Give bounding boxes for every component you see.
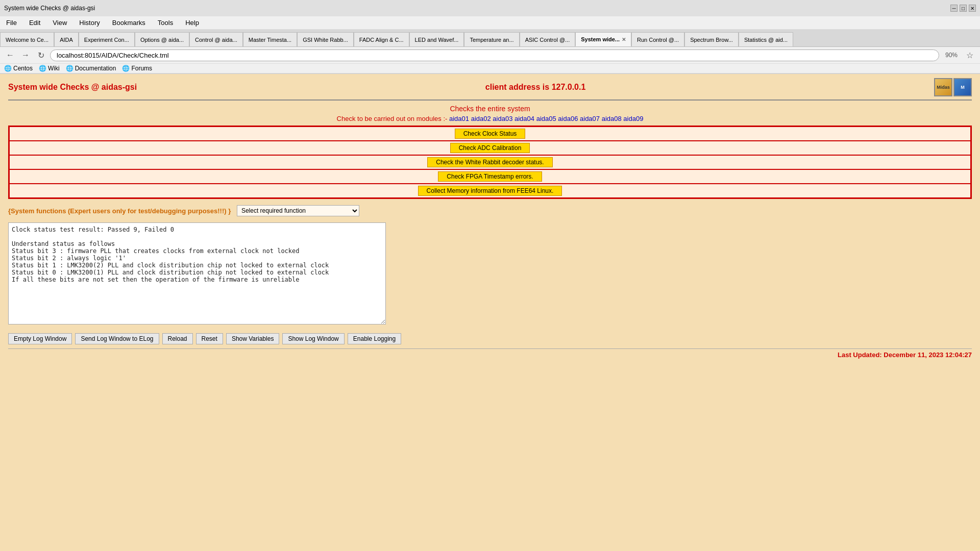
show-log-window-button[interactable]: Show Log Window xyxy=(282,333,344,344)
zoom-level: 90% xyxy=(942,52,961,59)
bottom-buttons: Empty Log Window Send Log Window to ELog… xyxy=(8,333,972,344)
menu-file[interactable]: File xyxy=(4,18,19,28)
sys-functions-label: {System functions (Expert users only for… xyxy=(8,207,231,215)
module-aida08[interactable]: aida08 xyxy=(602,115,622,122)
tab-close-icon[interactable]: ✕ xyxy=(622,37,626,42)
module-aida09[interactable]: aida09 xyxy=(623,115,643,122)
tab-11[interactable]: System wide...✕ xyxy=(575,32,631,46)
forward-button[interactable]: → xyxy=(19,49,32,61)
module-aida02[interactable]: aida02 xyxy=(471,115,491,122)
brace-open xyxy=(233,207,235,215)
check-buttons-container: Check Clock Status Check ADC Calibration… xyxy=(8,126,972,199)
collect-memory-button[interactable]: Collect Memory information from FEE64 Li… xyxy=(418,186,562,196)
nav-bar: ← → ↻ 90% ☆ xyxy=(0,47,980,64)
checks-section: Checks the entire system Check to be car… xyxy=(8,105,972,199)
module-aida01[interactable]: aida01 xyxy=(449,115,469,122)
check-white-rabbit-button[interactable]: Check the White Rabbit decoder status. xyxy=(427,157,552,167)
check-row-3: Check FPGA Timestamp errors. xyxy=(9,169,971,184)
bookmark-centos[interactable]: 🌐 Centos xyxy=(4,65,33,72)
bookmarks-bar: 🌐 Centos 🌐 Wiki 🌐 Documentation 🌐 Forums xyxy=(0,64,980,73)
page-title: System wide Checks @ aidas-gsi xyxy=(8,83,137,92)
bookmark-forums[interactable]: 🌐 Forums xyxy=(122,65,152,72)
reload-button-bottom[interactable]: Reload xyxy=(162,333,193,344)
page-content: System wide Checks @ aidas-gsi client ad… xyxy=(0,74,980,380)
module-aida06[interactable]: aida06 xyxy=(558,115,578,122)
tabs-bar: Welcome to Ce... AIDA Experiment Con... … xyxy=(0,30,980,47)
tab-13[interactable]: Spectrum Brow... xyxy=(684,32,739,46)
menu-history[interactable]: History xyxy=(77,18,102,28)
page-footer: Last Updated: December 11, 2023 12:04:27 xyxy=(8,348,972,359)
check-adc-calibration-button[interactable]: Check ADC Calibration xyxy=(450,143,530,153)
reload-button[interactable]: ↻ xyxy=(35,49,47,61)
tab-2[interactable]: Experiment Con... xyxy=(79,32,135,46)
tab-14[interactable]: Statistics @ aid... xyxy=(739,32,793,46)
globe-icon: 🌐 xyxy=(4,65,12,72)
tab-12[interactable]: Run Control @... xyxy=(631,32,684,46)
module-aida05[interactable]: aida05 xyxy=(536,115,556,122)
modules-line: Check to be carried out on modules :- ai… xyxy=(8,115,972,122)
tab-3[interactable]: Options @ aida... xyxy=(135,32,189,46)
menu-tools[interactable]: Tools xyxy=(156,18,175,28)
check-row-0: Check Clock Status xyxy=(9,127,971,141)
tab-1[interactable]: AIDA xyxy=(54,32,79,46)
menu-view[interactable]: View xyxy=(51,18,69,28)
check-row-2: Check the White Rabbit decoder status. xyxy=(9,155,971,169)
midas-logo2: M xyxy=(953,78,972,96)
tab-4[interactable]: Control @ aida... xyxy=(189,32,243,46)
client-address: client address is 127.0.0.1 xyxy=(485,83,586,92)
globe-icon-forums: 🌐 xyxy=(122,65,130,72)
back-button[interactable]: ← xyxy=(4,49,16,61)
maximize-button[interactable]: □ xyxy=(960,5,967,12)
browser-title: System wide Checks @ aidas-gsi xyxy=(4,5,95,12)
show-variables-button[interactable]: Show Variables xyxy=(226,333,280,344)
menu-bookmarks[interactable]: Bookmarks xyxy=(110,18,148,28)
check-clock-status-button[interactable]: Check Clock Status xyxy=(455,129,526,139)
tab-6[interactable]: GSI White Rabb... xyxy=(297,32,354,46)
tab-8[interactable]: LED and Wavef... xyxy=(409,32,464,46)
minimize-button[interactable]: ─ xyxy=(950,5,958,12)
tab-5[interactable]: Master Timesta... xyxy=(243,32,297,46)
title-bar: System wide Checks @ aidas-gsi ─ □ ✕ xyxy=(0,0,980,16)
sys-functions-select[interactable]: Select required function xyxy=(237,205,359,216)
globe-icon-docs: 🌐 xyxy=(66,65,74,72)
sys-functions: {System functions (Expert users only for… xyxy=(8,205,972,216)
bookmark-documentation[interactable]: 🌐 Documentation xyxy=(66,65,116,72)
log-window[interactable] xyxy=(8,222,386,324)
close-button[interactable]: ✕ xyxy=(969,5,976,12)
midas-logo: Midas xyxy=(934,78,952,96)
tab-9[interactable]: Temperature an... xyxy=(464,32,519,46)
menu-help[interactable]: Help xyxy=(183,18,201,28)
empty-log-window-button[interactable]: Empty Log Window xyxy=(8,333,72,344)
checks-title: Checks the entire system xyxy=(8,105,972,113)
module-aida07[interactable]: aida07 xyxy=(580,115,600,122)
send-log-elog-button[interactable]: Send Log Window to ELog xyxy=(75,333,159,344)
check-row-4: Collect Memory information from FEE64 Li… xyxy=(9,184,971,198)
logo-area: Midas M xyxy=(934,78,972,96)
modules-prefix: Check to be carried out on modules :- xyxy=(337,115,449,122)
bookmark-star[interactable]: ☆ xyxy=(964,49,976,61)
tab-0[interactable]: Welcome to Ce... xyxy=(0,32,54,46)
bookmark-wiki[interactable]: 🌐 Wiki xyxy=(39,65,60,72)
menu-edit[interactable]: Edit xyxy=(27,18,42,28)
tab-7[interactable]: FADC Align & C... xyxy=(354,32,409,46)
last-updated: Last Updated: December 11, 2023 12:04:27 xyxy=(838,351,972,359)
module-aida04[interactable]: aida04 xyxy=(514,115,534,122)
check-fpga-timestamp-button[interactable]: Check FPGA Timestamp errors. xyxy=(438,171,542,182)
globe-icon-wiki: 🌐 xyxy=(39,65,46,72)
check-row-1: Check ADC Calibration xyxy=(9,141,971,155)
page-header: System wide Checks @ aidas-gsi client ad… xyxy=(8,78,972,101)
menu-bar: File Edit View History Bookmarks Tools H… xyxy=(0,16,980,30)
tab-10[interactable]: ASIC Control @... xyxy=(520,32,576,46)
enable-logging-button[interactable]: Enable Logging xyxy=(348,333,401,344)
reset-button[interactable]: Reset xyxy=(196,333,223,344)
browser-chrome: System wide Checks @ aidas-gsi ─ □ ✕ Fil… xyxy=(0,0,980,74)
module-aida03[interactable]: aida03 xyxy=(493,115,512,122)
url-bar[interactable] xyxy=(50,49,939,61)
